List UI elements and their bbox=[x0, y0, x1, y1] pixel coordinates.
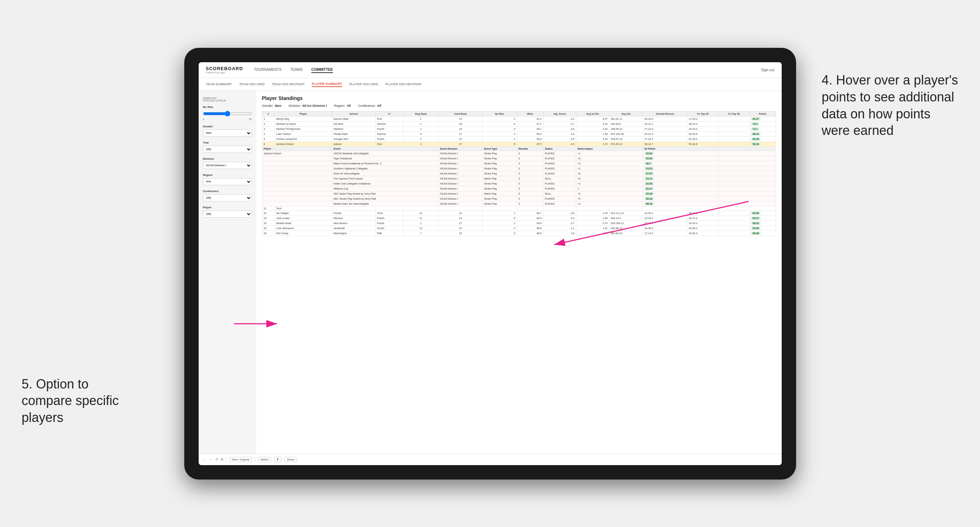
annotation-left: 5. Option to compare specific players bbox=[22, 376, 137, 426]
table-row-highlighted[interactable]: 6 Jackson Kolson Auburn First 2 27 5 87.… bbox=[262, 141, 776, 146]
standings-table: # Player School Yr Reg Rank Conf Rank No… bbox=[262, 111, 776, 236]
view-original-button[interactable]: View: Original bbox=[229, 457, 252, 462]
year-section: Year (All) bbox=[203, 141, 252, 153]
table-row[interactable]: 5 Christo Lamprecht Georgia Tech Fourth … bbox=[262, 137, 776, 141]
subnav-player-summary[interactable]: PLAYER SUMMARY bbox=[312, 81, 342, 87]
tooltip-header-row: Player Event Event Division Event Type R… bbox=[262, 146, 776, 151]
col-avg-sg: Avg SG bbox=[609, 111, 643, 116]
nav-committee[interactable]: COMMITTEE bbox=[311, 67, 333, 73]
gender-section: Gender Men bbox=[203, 125, 252, 137]
watch-button[interactable]: Watch bbox=[258, 457, 271, 462]
tooltip-row[interactable]: Amer An Intercollegiate NCAA Division I … bbox=[262, 171, 776, 176]
filter-row: Gender: Men Division: NCAA Division I Re… bbox=[262, 104, 776, 108]
tooltip-row[interactable]: SEC Match Play hosted by Jerry Pate NCAA… bbox=[262, 191, 776, 196]
annotation-right: 4. Hover over a player's points to see a… bbox=[822, 72, 958, 139]
division-section: Division NCAA Division I bbox=[203, 157, 252, 169]
tooltip-row[interactable]: Wake Forest Invitational at Pinehurst No… bbox=[262, 161, 776, 166]
share-button[interactable]: Share bbox=[284, 457, 297, 462]
subnav-player-h2h-grid[interactable]: PLAYER H2H GRID bbox=[350, 82, 378, 87]
tooltip-row[interactable]: Williams Cup NCAA Division I Stroke Play… bbox=[262, 186, 776, 191]
division-label: Division bbox=[203, 157, 252, 160]
no-rds-slider[interactable] bbox=[203, 110, 252, 117]
year-select[interactable]: (All) bbox=[203, 146, 252, 153]
tooltip-row[interactable]: Tiger Invitational NCAA Division I Strok… bbox=[262, 156, 776, 161]
table-row[interactable]: 1 Wenyi Ding Arizona State First 1 15 1 … bbox=[262, 116, 776, 121]
tooltip-row[interactable]: SEC Stroke Play hosted by Jerry Pate NCA… bbox=[262, 196, 776, 201]
toolbar-sep2 bbox=[255, 457, 255, 462]
table-row[interactable]: 21 Tech bbox=[262, 206, 776, 210]
col-conf-rank: Conf Rank bbox=[438, 111, 482, 116]
conference-select[interactable]: (All) bbox=[203, 194, 252, 202]
tooltip-row[interactable]: Southern Highlands Collegiate NCAA Divis… bbox=[262, 166, 776, 171]
subnav-team-h2h-heatmap[interactable]: TEAM H2H HEATMAP bbox=[272, 82, 304, 87]
col-player: Player bbox=[275, 111, 332, 116]
col-wins: Wins bbox=[517, 111, 543, 116]
col-no-rds: No Rds. bbox=[482, 111, 517, 116]
col-yr: Yr bbox=[375, 111, 403, 116]
filter-region: Region: All bbox=[334, 104, 351, 108]
toolbar-sep1 bbox=[226, 457, 226, 462]
table-row[interactable]: 23 Jack Lundin Missouri Fourth 11 24 0 8… bbox=[262, 216, 776, 221]
sidebar: Update time: 27/01/2024 16:56:26 No Rds.… bbox=[199, 91, 256, 454]
no-rds-label: No Rds. bbox=[203, 105, 252, 109]
no-rds-range: 4 52 bbox=[203, 118, 252, 121]
player-label: Player bbox=[203, 206, 252, 209]
col-avg-to-par: Avg to-Par bbox=[576, 111, 609, 116]
tablet-screen: SCOREBOARD Powered by clipd TOURNAMENTS … bbox=[199, 62, 782, 465]
back-button[interactable]: ← bbox=[203, 457, 206, 461]
table-header-row: # Player School Yr Reg Rank Conf Rank No… bbox=[262, 111, 776, 116]
subnav-team-summary[interactable]: TEAM SUMMARY bbox=[206, 82, 232, 87]
region-select[interactable]: N/A bbox=[203, 178, 252, 185]
no-rds-section: No Rds. 4 52 bbox=[203, 105, 252, 121]
conference-label: Conference bbox=[203, 190, 252, 193]
bottom-toolbar: ← → ↺ ⧉ View: Original Watch ⬇ Share bbox=[199, 454, 782, 465]
nav-teams[interactable]: TEAMS bbox=[290, 67, 302, 73]
col-vs-top50: Vs Top 50 bbox=[718, 111, 750, 116]
copy-button[interactable]: ⧉ bbox=[221, 457, 223, 462]
sub-nav: TEAM SUMMARY TEAM H2H GRID TEAM H2H HEAT… bbox=[199, 78, 782, 91]
table-row[interactable]: 26 Petr Hruby Washington Fifth 7 23 0 68… bbox=[262, 230, 776, 236]
player-section: Player (All) bbox=[203, 206, 252, 217]
subnav-player-h2h-heatmap[interactable]: PLAYER H2H HEATMAP bbox=[385, 82, 422, 87]
logo-area: SCOREBOARD Powered by clipd bbox=[206, 66, 243, 74]
main-content: Update time: 27/01/2024 16:56:26 No Rds.… bbox=[199, 91, 782, 454]
forward-button[interactable]: → bbox=[209, 457, 212, 461]
col-vs-top25: Vs Top 25 bbox=[687, 111, 718, 116]
tooltip-row[interactable]: Mirabel Maui Jim Intercollegiate NCAA Di… bbox=[262, 201, 776, 206]
player-select[interactable]: (All) bbox=[203, 210, 252, 217]
table-row[interactable]: 2 Michael La Sasso Ole Miss Second 1 18 … bbox=[262, 121, 776, 126]
nav-tournaments[interactable]: TOURNAMENTS bbox=[254, 67, 282, 73]
table-row[interactable]: 25 Cole Sherwood Vanderbilt Fourth 12 24… bbox=[262, 225, 776, 230]
tooltip-row[interactable]: Jackson Kolson UNCW Seahawk Intercollegi… bbox=[262, 151, 776, 156]
filter-conference: Conference: All bbox=[358, 104, 382, 108]
table-row[interactable]: 4 Luke Clanton Florida State Second 5 27… bbox=[262, 131, 776, 137]
col-school: School bbox=[332, 111, 375, 116]
year-label: Year bbox=[203, 141, 252, 144]
page-title: Player Standings bbox=[262, 95, 776, 101]
gender-label: Gender bbox=[203, 125, 252, 128]
download-button[interactable]: ⬇ bbox=[274, 457, 282, 462]
col-points: Points bbox=[750, 111, 776, 116]
subnav-team-h2h-grid[interactable]: TEAM H2H GRID bbox=[239, 82, 265, 87]
col-overall: Overall Record bbox=[643, 111, 687, 116]
top-nav: SCOREBOARD Powered by clipd TOURNAMENTS … bbox=[199, 62, 782, 78]
col-adj-score: Adj. Score bbox=[543, 111, 576, 116]
tablet-frame: SCOREBOARD Powered by clipd TOURNAMENTS … bbox=[184, 48, 796, 479]
table-row[interactable]: 24 Bastien Amat New Mexico Fourth 1 27 2… bbox=[262, 221, 776, 225]
logo-sub: Powered by clipd bbox=[206, 71, 243, 74]
table-row[interactable]: 3 Michael Thorbjornsen Stanford Fourth 1… bbox=[262, 126, 776, 131]
logo-text: SCOREBOARD bbox=[206, 66, 243, 71]
tooltip-row[interactable]: Fallen Oak Collegiate Invitational NCAA … bbox=[262, 181, 776, 186]
table-area: Player Standings Gender: Men Division: N… bbox=[256, 91, 782, 454]
refresh-button[interactable]: ↺ bbox=[215, 457, 218, 461]
nav-links: TOURNAMENTS TEAMS COMMITTEE bbox=[254, 67, 761, 73]
col-num: # bbox=[262, 111, 275, 116]
sign-out-button[interactable]: Sign out bbox=[761, 68, 775, 72]
division-select[interactable]: NCAA Division I bbox=[203, 162, 252, 169]
conference-section: Conference (All) bbox=[203, 190, 252, 202]
filter-gender: Gender: Men bbox=[262, 104, 282, 108]
table-row[interactable]: 22 Ian Gilligan Florida Third 10 24 1 68… bbox=[262, 210, 776, 216]
gender-select[interactable]: Men bbox=[203, 130, 252, 137]
filter-division: Division: NCAA Division I bbox=[289, 104, 327, 108]
tooltip-row[interactable]: The Cypress Point Classic NCAA Division … bbox=[262, 176, 776, 181]
